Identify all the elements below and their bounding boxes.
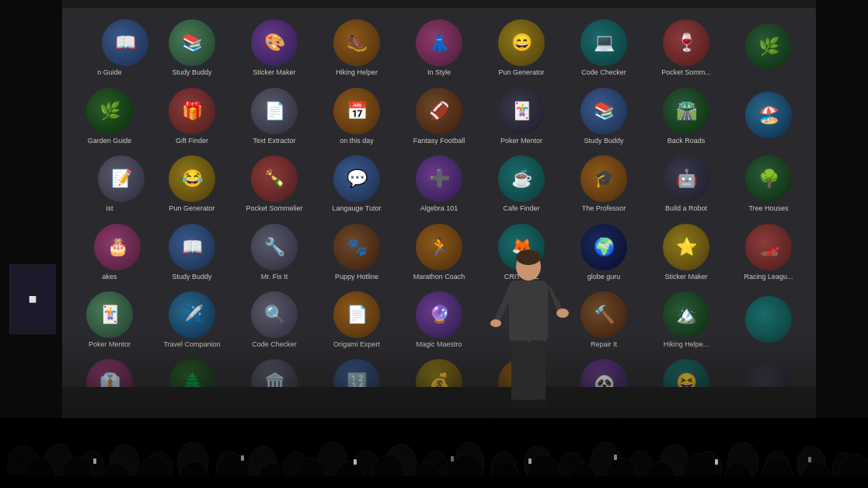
list-item[interactable]: ✈️ Travel Companion [152,288,232,354]
list-item[interactable]: 💬 Langauge Tutor [317,152,396,217]
app-icon: ✈️ [169,291,215,338]
app-label: Mr. Fix It [261,273,288,281]
app-icon: 🔧 [251,224,298,270]
list-item[interactable] [729,288,808,354]
app-label: Gift Finder [176,137,208,145]
app-icon: 📄 [333,291,380,338]
app-icon: 🏃 [416,224,462,270]
svg-point-4 [490,319,501,327]
list-item[interactable]: ➕ Algebra 101 [399,152,479,217]
svg-rect-58 [241,455,244,461]
list-item[interactable]: 🐾 Puppy Hotline [317,220,396,285]
app-icon: ➕ [416,155,462,202]
list-item[interactable]: 📚 Study Buddy [152,16,232,81]
app-label: Hiking Helpe... [664,340,709,349]
app-icon: ⭐ [663,224,709,270]
list-item[interactable]: ⭐ Sticker Maker [647,220,726,285]
list-item[interactable]: 🌍 globe guru [564,220,643,285]
list-item[interactable]: 🏈 Fantasy Football [399,84,479,149]
app-icon: 📖 [102,19,148,66]
list-item[interactable]: 🔨 Repair It [564,288,643,354]
app-icon: 👗 [416,19,462,66]
app-icon: 🌳 [745,155,792,202]
monitor-left: ⬜ [9,264,56,334]
app-label: Code Checker [581,68,626,77]
app-label: Marathon Coach [413,273,465,281]
app-label: Magic Maestro [416,340,462,349]
list-item[interactable]: 🎁 Gift Finder [152,84,232,149]
svg-rect-62 [614,455,617,460]
list-item[interactable]: 📝 ist [70,152,149,217]
list-item[interactable]: 📅 on this day [317,84,396,149]
list-item[interactable]: 🌿 Garden Guide [70,84,149,149]
list-item[interactable]: 📖 n Guide [70,16,149,81]
svg-point-8 [526,399,548,409]
app-label: Pun Generator [498,68,544,77]
app-label: akes [102,273,117,281]
list-item[interactable]: 🎂 akes [70,220,149,285]
list-item[interactable]: 📄 Text Extractor [235,84,314,149]
list-item[interactable]: 🎨 Sticker Maker [235,16,314,81]
list-item[interactable]: 🏎️ Racing Leagu... [729,220,808,285]
presenter-figure [482,243,575,430]
list-item[interactable]: 😄 Pun Generator [482,16,561,81]
list-item[interactable]: 🤖 Build a Robot [647,152,726,217]
list-item[interactable]: 🌿 [729,16,808,81]
list-item[interactable]: 🔍 Code Checker [235,288,314,354]
list-item[interactable]: 🃏 Poker Mentor [70,288,149,354]
app-icon: 🌍 [580,224,627,270]
app-label: Text Extractor [253,137,295,145]
list-item[interactable]: 🛣️ Back Roads [647,84,726,149]
app-label: Cafe Finder [503,204,539,213]
list-item[interactable]: 🔮 Magic Maestro [399,288,479,354]
list-item[interactable]: 👗 In Style [399,16,479,81]
app-label: Langauge Tutor [332,204,381,213]
app-icon: 😄 [498,19,545,66]
app-label: Fantasy Football [413,137,465,145]
svg-rect-57 [93,458,96,464]
app-label: Tree Houses [748,204,788,213]
list-item[interactable]: ☕ Cafe Finder [482,152,561,217]
list-item[interactable]: 🏖️ [729,84,808,149]
list-item[interactable]: 😂 Pun Generator [152,152,232,217]
app-icon: 🔮 [416,291,462,338]
list-item[interactable]: 🌳 Tree Houses [729,152,808,217]
app-icon: 🥾 [333,19,380,66]
app-label: Sticker Maker [664,273,707,281]
app-icon: 📚 [580,88,627,134]
app-label: Racing Leagu... [744,273,793,281]
list-item[interactable]: 🔧 Mr. Fix It [235,220,314,285]
app-icon: 💻 [580,19,627,66]
right-darkness [816,0,868,488]
svg-rect-60 [451,456,454,462]
list-item[interactable]: 🥾 Hiking Helper [317,16,396,81]
app-label: Puppy Hotline [335,273,378,281]
app-icon: 🎂 [94,224,141,270]
list-item[interactable]: 🍷 Pocket Somm... [647,16,726,81]
app-label: Pocket Sommelier [246,204,302,213]
list-item[interactable]: 🍾 Pocket Sommelier [235,152,314,217]
list-item[interactable]: 🎓 The Professor [564,152,643,217]
list-item[interactable]: 📖 Study Buddy [152,220,232,285]
list-item[interactable]: 🃏 Poker Mentor [482,84,561,149]
app-label: Algebra 101 [420,204,458,213]
app-icon: 🏎️ [745,224,792,270]
list-item[interactable]: 🏃 Marathon Coach [399,220,479,285]
svg-rect-64 [808,457,811,462]
app-icon: 🌿 [86,88,133,134]
app-icon: 🐾 [333,224,380,270]
list-item[interactable]: 📚 Study Buddy [564,84,643,149]
list-item[interactable]: 🏔️ Hiking Helpe... [647,288,726,354]
list-item[interactable]: 📄 Origami Expert [317,288,396,354]
app-icon: 🌿 [745,23,792,70]
app-label: Poker Mentor [89,340,131,349]
app-icon: 🎁 [169,88,215,134]
app-label: Poker Mentor [500,137,542,145]
app-icon: 📄 [251,88,298,134]
stage: 📖 n Guide 📚 Study Buddy 🎨 Sticker Maker … [0,0,868,488]
list-item[interactable]: 💻 Code Checker [564,16,643,81]
app-icon: 😂 [169,155,215,202]
app-label: Back Roads [668,137,706,145]
app-label: Sticker Maker [253,68,295,77]
app-icon: 📖 [169,224,215,270]
